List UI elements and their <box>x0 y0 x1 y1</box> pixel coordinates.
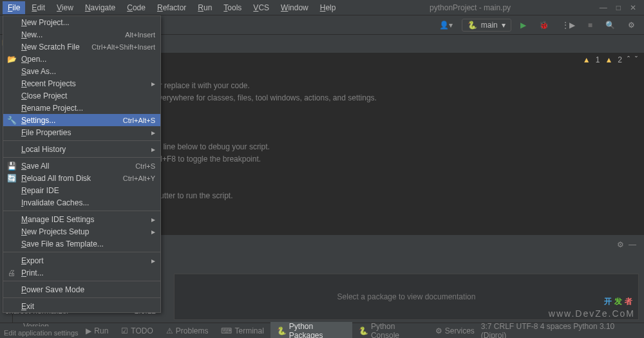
search-icon[interactable]: 🔍 <box>601 19 619 31</box>
menuitem-file-properties[interactable]: File Properties▸ <box>3 126 160 138</box>
statusbar-run[interactable]: ▶Run <box>79 322 115 339</box>
menuitem-local-history[interactable]: Local History▸ <box>3 143 160 155</box>
menuitem-exit[interactable]: Exit <box>3 300 160 312</box>
file-menu-dropdown: New Project...New...Alt+InsertNew Scratc… <box>3 15 161 313</box>
chevron-right-icon: ▸ <box>151 215 155 224</box>
run-config-name: main <box>481 21 498 30</box>
statusbar-services[interactable]: ⚙Services <box>429 322 481 339</box>
run-button[interactable]: ▶ <box>516 19 530 31</box>
window-controls: — □ ✕ <box>600 3 641 12</box>
menu-tools[interactable]: Tools <box>218 1 247 14</box>
menu-help[interactable]: Help <box>315 1 341 14</box>
py-icon: 🐍 <box>277 326 287 335</box>
hide-panel-icon[interactable]: — <box>629 240 636 249</box>
chevron-right-icon: ▸ <box>151 256 155 265</box>
status-hint: Edit application settings <box>0 326 82 338</box>
py-icon: 🐍 <box>359 326 368 335</box>
maximize-icon[interactable]: □ <box>616 3 621 12</box>
statusbar-problems[interactable]: ⚠Problems <box>160 322 215 339</box>
menu-code[interactable]: Code <box>122 1 151 14</box>
debug-button[interactable]: 🐞 <box>535 19 553 31</box>
chevron-down-icon: ▾ <box>502 21 506 30</box>
statusbar-terminal[interactable]: ⌨Terminal <box>214 322 270 339</box>
chevron-right-icon: ▸ <box>151 128 155 137</box>
menuitem-recent-projects[interactable]: Recent Projects▸ <box>3 77 160 89</box>
minimize-icon[interactable]: — <box>600 3 607 12</box>
menuitem-invalidate-caches[interactable]: Invalidate Caches... <box>3 196 160 209</box>
menuitem-new-project[interactable]: New Project... <box>3 16 160 28</box>
save-icon: 💾 <box>7 162 16 171</box>
menuitem-repair-ide[interactable]: Repair IDE <box>3 184 160 196</box>
warn-icon: ⚠ <box>166 326 173 335</box>
statusbar-right: 3:7 CRLF UTF-8 4 spaces Python 3.10 (Djp… <box>481 322 639 339</box>
menuitem-power-save-mode[interactable]: Power Save Mode <box>3 283 160 296</box>
menuitem-settings[interactable]: 🔧Settings...Ctrl+Alt+S <box>3 114 160 126</box>
menu-view[interactable]: View <box>52 1 79 14</box>
statusbar-todo[interactable]: ☑TODO <box>115 322 159 339</box>
menu-navigate[interactable]: Navigate <box>80 1 120 14</box>
menuitem-new[interactable]: New...Alt+Insert <box>3 28 160 41</box>
chevron-right-icon: ▸ <box>151 145 155 154</box>
reload-icon: 🔄 <box>7 174 16 183</box>
menuitem-save-as[interactable]: Save As... <box>3 65 160 77</box>
statusbar-python-packages[interactable]: 🐍Python Packages <box>270 322 352 339</box>
menu-vcs[interactable]: VCS <box>248 1 274 14</box>
python-icon: 🐍 <box>468 21 477 30</box>
package-doc-placeholder: Select a package to view documentation <box>174 274 639 320</box>
statusbar: ⎇Version Control▶Run☑TODO⚠Problems⌨Termi… <box>0 323 644 338</box>
user-icon[interactable]: 👤▾ <box>435 19 457 31</box>
chevron-down-icon[interactable]: ˇ <box>635 55 638 64</box>
term-icon: ⌨ <box>221 326 232 335</box>
print-icon: 🖨 <box>7 268 16 277</box>
menuitem-reload-all-from-disk[interactable]: 🔄Reload All from DiskCtrl+Alt+Y <box>3 172 160 184</box>
menuitem-new-scratch-file[interactable]: New Scratch FileCtrl+Alt+Shift+Insert <box>3 41 160 53</box>
more-run-button[interactable]: ⋮▶ <box>558 19 579 31</box>
statusbar-python-console[interactable]: 🐍Python Console <box>352 322 429 339</box>
menuitem-close-project[interactable]: Close Project <box>3 89 160 102</box>
chevron-right-icon: ▸ <box>151 227 155 236</box>
chevron-up-icon[interactable]: ˆ <box>627 55 630 64</box>
menu-window[interactable]: Window <box>276 1 314 14</box>
close-icon[interactable]: ✕ <box>630 3 636 12</box>
svc-icon: ⚙ <box>435 326 442 335</box>
titlebar: FileEditViewNavigateCodeRefactorRunTools… <box>0 0 644 15</box>
todo-icon: ☑ <box>121 326 128 335</box>
gear-icon[interactable]: ⚙ <box>617 240 624 249</box>
gear-icon[interactable]: ⚙ <box>624 19 639 31</box>
menuitem-export[interactable]: Export▸ <box>3 254 160 267</box>
menuitem-rename-project[interactable]: Rename Project... <box>3 102 160 114</box>
folder-icon: 📂 <box>7 55 16 64</box>
wrench-icon: 🔧 <box>7 116 16 125</box>
window-title: pythonProject - main.py <box>341 3 599 12</box>
menu-run[interactable]: Run <box>193 1 217 14</box>
menuitem-manage-ide-settings[interactable]: Manage IDE Settings▸ <box>3 213 160 225</box>
inspection-summary[interactable]: ▲1 ▲2 ˆ ˇ <box>583 55 638 64</box>
menu-edit[interactable]: Edit <box>26 1 50 14</box>
menuitem-save-file-as-template[interactable]: Save File as Template... <box>3 238 160 250</box>
chevron-right-icon: ▸ <box>151 79 155 88</box>
play-icon: ▶ <box>86 326 91 335</box>
menuitem-open[interactable]: 📂Open... <box>3 53 160 65</box>
menuitem-new-projects-setup[interactable]: New Projects Setup▸ <box>3 225 160 238</box>
run-config-selector[interactable]: 🐍 main ▾ <box>462 19 511 32</box>
menu-refactor[interactable]: Refactor <box>152 1 191 14</box>
menuitem-print[interactable]: 🖨Print... <box>3 267 160 279</box>
menubar: FileEditViewNavigateCodeRefactorRunTools… <box>3 1 341 14</box>
menuitem-save-all[interactable]: 💾Save AllCtrl+S <box>3 160 160 172</box>
stop-button[interactable]: ■ <box>584 19 596 31</box>
menu-file[interactable]: File <box>3 1 25 14</box>
